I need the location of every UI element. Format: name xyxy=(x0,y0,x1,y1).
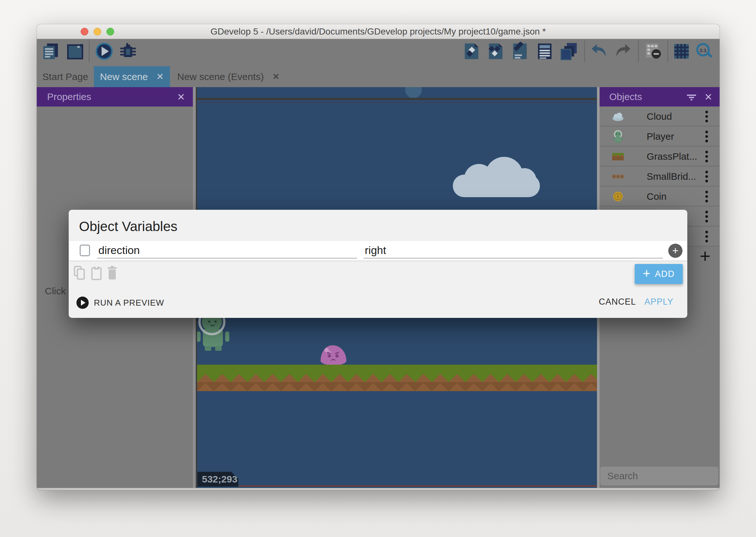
add-child-variable-icon[interactable]: + xyxy=(668,244,682,258)
cursor-coordinates-badge: 532;293 xyxy=(197,472,238,487)
delete-icon[interactable] xyxy=(107,265,118,281)
toolbar-separator xyxy=(638,41,639,62)
undo-icon[interactable] xyxy=(589,42,608,61)
play-preview-icon[interactable] xyxy=(95,42,114,61)
scene-window-icon[interactable] xyxy=(66,42,85,61)
plus-icon: + xyxy=(643,266,650,281)
objects-search-input[interactable] xyxy=(600,471,720,481)
minimize-window-button[interactable] xyxy=(94,28,101,35)
add-object-icon[interactable]: + xyxy=(699,247,710,267)
window-title: GDevelop 5 - /Users/david/Documents/GDev… xyxy=(133,24,623,39)
toolbar-separator xyxy=(89,41,90,62)
object-variables-dialog: Object Variables + + ADD RUN A PREVIEW C… xyxy=(69,210,687,318)
tab-label: New scene (Events) xyxy=(177,71,264,82)
object-row-grassplatform[interactable]: GrassPlat... xyxy=(600,146,720,167)
object-menu-icon[interactable] xyxy=(705,111,708,122)
dialog-title: Object Variables xyxy=(79,219,177,234)
coin-thumbnail-icon xyxy=(610,189,626,204)
toolbar-separator xyxy=(584,41,585,62)
apply-button[interactable]: APPLY xyxy=(644,297,673,307)
tab-label: Start Page xyxy=(43,71,88,82)
properties-panel-title: Properties xyxy=(47,91,91,102)
cloud-thumbnail-icon xyxy=(610,109,626,124)
layers-editor-icon[interactable] xyxy=(560,42,578,61)
variable-value-input[interactable] xyxy=(363,243,663,259)
object-menu-icon[interactable] xyxy=(705,151,708,162)
close-tab-icon[interactable]: ✕ xyxy=(156,71,164,82)
dirt-platform-object xyxy=(197,382,597,391)
mask-render-icon[interactable] xyxy=(644,42,662,61)
variable-row: + xyxy=(69,241,687,261)
zoom-window-button[interactable] xyxy=(106,28,114,35)
scene-bottom-border xyxy=(197,485,597,487)
objects-panel-header: Objects ✕ xyxy=(600,87,720,106)
close-tab-icon[interactable]: ✕ xyxy=(272,71,280,82)
tab-new-scene[interactable]: New scene ✕ xyxy=(94,66,170,87)
svg-text:1:1: 1:1 xyxy=(699,48,706,53)
object-menu-icon[interactable] xyxy=(705,191,708,202)
close-panel-icon[interactable]: ✕ xyxy=(177,91,185,103)
objects-search-bar xyxy=(600,467,718,485)
toolbar: 1:1 xyxy=(37,39,720,66)
scene-guide-line xyxy=(197,102,597,103)
tab-start-page[interactable]: Start Page xyxy=(37,66,94,87)
object-menu-icon[interactable] xyxy=(705,231,708,242)
instances-list-icon[interactable] xyxy=(535,42,554,61)
objects-editor-icon[interactable] xyxy=(462,42,481,61)
cloud-object[interactable] xyxy=(453,157,543,197)
properties-panel-header: Properties ✕ xyxy=(37,87,193,106)
tab-bar: Start Page New scene ✕ New scene (Events… xyxy=(37,66,720,87)
play-circle-icon xyxy=(76,297,89,309)
paste-icon[interactable] xyxy=(90,265,103,281)
object-row-coin[interactable]: Coin xyxy=(600,186,720,207)
close-panel-icon[interactable]: ✕ xyxy=(704,91,712,103)
object-groups-icon[interactable] xyxy=(486,42,505,61)
object-menu-icon[interactable] xyxy=(705,171,708,182)
cancel-button[interactable]: CANCEL xyxy=(599,297,636,307)
zoom-1-1-icon[interactable]: 1:1 xyxy=(695,42,713,61)
project-manager-icon[interactable] xyxy=(41,42,60,61)
redo-icon[interactable] xyxy=(614,42,632,61)
small-bridge-thumbnail-icon xyxy=(610,169,626,184)
toolbar-separator xyxy=(667,41,668,62)
window-bottom-edge xyxy=(37,488,720,490)
debug-icon[interactable] xyxy=(119,42,137,61)
filter-icon[interactable] xyxy=(686,91,697,103)
close-window-button[interactable] xyxy=(81,28,88,35)
run-preview-button[interactable]: RUN A PREVIEW xyxy=(76,297,164,309)
grid-icon[interactable] xyxy=(672,42,691,61)
object-row-player[interactable]: Player xyxy=(600,127,720,146)
scene-properties-icon[interactable] xyxy=(510,42,529,61)
tab-label: New scene xyxy=(100,71,148,82)
objects-panel-title: Objects xyxy=(609,91,642,102)
bubble-object[interactable] xyxy=(405,87,422,98)
variable-name-input[interactable] xyxy=(97,243,357,259)
variable-checkbox[interactable] xyxy=(80,245,90,256)
grass-platform-object[interactable] xyxy=(197,365,597,374)
object-row-cloud[interactable]: Cloud xyxy=(600,106,720,127)
player-thumbnail-icon xyxy=(610,129,626,144)
object-menu-icon[interactable] xyxy=(705,131,708,142)
variable-toolbar xyxy=(73,265,118,281)
grass-platform-thumbnail-icon xyxy=(610,149,626,164)
grass-platform-edge xyxy=(197,374,597,382)
add-variable-button[interactable]: + ADD xyxy=(635,264,683,284)
titlebar: GDevelop 5 - /Users/david/Documents/GDev… xyxy=(37,24,720,39)
object-row-smallbridge[interactable]: SmallBrid... xyxy=(600,167,720,186)
scene-top-border xyxy=(197,98,597,100)
object-menu-icon[interactable] xyxy=(705,211,708,222)
copy-icon[interactable] xyxy=(73,265,86,281)
tab-new-scene-events[interactable]: New scene (Events) ✕ xyxy=(170,66,287,87)
slime-enemy-object[interactable] xyxy=(321,345,346,365)
